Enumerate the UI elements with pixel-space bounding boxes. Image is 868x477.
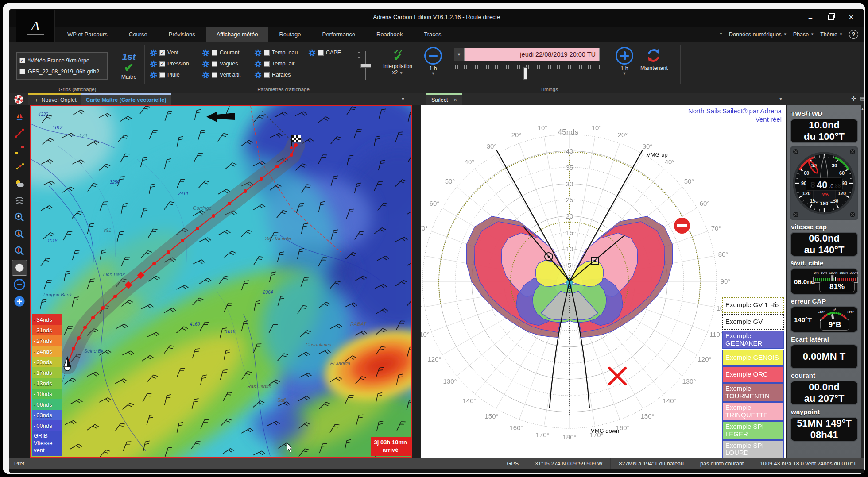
status-ready: Prêt [9, 461, 499, 467]
squall-icon[interactable] [12, 193, 27, 208]
refresh-now-icon[interactable] [646, 47, 662, 63]
route-points-icon[interactable] [12, 126, 27, 141]
polar-tab-dropdown-icon[interactable]: ▼ [779, 96, 783, 101]
grib-item[interactable]: GFS_22_08_2019_06h.grib2 [19, 66, 105, 77]
close-button[interactable]: × [842, 12, 860, 23]
menu-theme[interactable]: Thème▼ [820, 31, 843, 38]
param-toggle-courant[interactable]: Courant [202, 49, 254, 57]
route-marks-icon[interactable] [12, 159, 27, 174]
interpolation-toggle[interactable]: ✔✔ ✔ Interpolation x2 ▼ [379, 48, 417, 76]
time-slider-handle[interactable] [523, 67, 527, 80]
zoom-area-icon[interactable] [12, 210, 27, 225]
menu-tab-6[interactable]: Roadbook [366, 27, 413, 42]
menu-tab-3[interactable]: Affichage météo [206, 27, 269, 42]
vitesse-cap-value[interactable]: 06.0ndau 140°T [790, 232, 858, 257]
checkbox[interactable]: ✓ [159, 50, 165, 56]
scale-row: -17nds [32, 367, 62, 378]
date-dropdown-button[interactable]: ▼ [454, 48, 464, 61]
move-cross-icon[interactable]: ✛ [851, 95, 856, 102]
slider-handle[interactable] [360, 64, 371, 68]
legend-item-4[interactable]: Exemple ORC [722, 366, 784, 383]
erreur-cap-gauge[interactable]: 140°T -20°0°+20° 9°B [790, 306, 858, 333]
maintenant-label[interactable]: Maintenant [634, 65, 674, 71]
menu-phase[interactable]: Phase▼ [793, 31, 814, 38]
param-toggle-pluie[interactable]: Pluie [150, 71, 202, 79]
date-field[interactable]: jeudi 22/08/2019 20:00 TU [464, 48, 600, 61]
time-step-forward-button[interactable] [616, 47, 633, 65]
weather-map[interactable]: 4336101217632502414GorringeSão Vicente10… [30, 105, 412, 458]
title-bar[interactable]: Adrena Carbon Edition V16.1.2.16 - Route… [9, 9, 864, 27]
checkbox[interactable]: ✓ [19, 58, 25, 63]
legend-item-6[interactable]: Exemple TRINQUETTE [722, 402, 784, 421]
collapse-ribbon-icon[interactable]: ⌃ [719, 32, 723, 37]
map-tab-carte-maitre[interactable]: Carte Maître (Carte vectorielle) [81, 93, 171, 105]
map-tab-nouvel-onglet[interactable]: ＋Nouvel Onglet [28, 93, 82, 105]
param-toggle-cape[interactable]: CAPE [308, 49, 353, 57]
window-frame: Adrena Carbon Edition V16.1.2.16 - Route… [3, 3, 865, 474]
waypoint-value[interactable]: 51MN 149°T08h41 [790, 417, 858, 442]
svg-text:15: 15 [566, 229, 574, 236]
legend-item-8[interactable]: Exemple SPI LOURD [722, 440, 784, 458]
checkbox[interactable] [19, 69, 25, 74]
param-toggle-vent[interactable]: ✓Vent [150, 49, 202, 57]
display-opacity-slider[interactable] [358, 51, 373, 80]
tws-twd-value[interactable]: 10.0nddu 100°T [790, 119, 858, 143]
param-toggle-temp-air[interactable]: Temp. air [254, 60, 308, 68]
help-button[interactable]: ? [849, 30, 858, 39]
menu-tab-4[interactable]: Routage [268, 27, 311, 42]
weather-icon[interactable] [12, 176, 27, 191]
checkbox[interactable] [159, 72, 165, 78]
menu-tab-2[interactable]: Prévisions [158, 27, 206, 42]
restore-button[interactable] [822, 12, 840, 23]
polar-tab-sailect[interactable]: Sailect× [426, 93, 462, 105]
legend-item-7[interactable]: Exemple SPI LEGER [722, 421, 784, 440]
time-step-back-button[interactable] [424, 47, 442, 65]
checkbox[interactable] [212, 50, 217, 56]
param-toggle-rafales[interactable]: Rafales [254, 71, 308, 79]
twa-compass-gauge[interactable]: 303060609090120120150150180840.0:88TWA [790, 146, 858, 220]
courant-value[interactable]: 00.0ndau 207°T [790, 381, 858, 405]
menu-tab-5[interactable]: Performance [312, 27, 366, 42]
checkbox[interactable] [264, 50, 270, 56]
zoom-select-icon[interactable] [12, 243, 27, 258]
close-icon[interactable]: × [454, 97, 457, 103]
lifebuoy-icon[interactable] [14, 94, 24, 106]
param-toggle-temp-eau[interactable]: Temp. eau [254, 49, 308, 57]
menu-tab-1[interactable]: Course [118, 27, 158, 42]
menu-tab-0[interactable]: WP et Parcours [57, 27, 118, 42]
minimize-button[interactable]: – [802, 12, 819, 23]
legend-item-0[interactable]: Exemple GV 1 Ris [722, 297, 784, 313]
divider [680, 45, 681, 84]
scroll-up-icon[interactable]: ▲ [861, 107, 864, 110]
checkbox[interactable] [264, 72, 270, 78]
map-tab-dropdown-icon[interactable]: ▼ [401, 96, 405, 101]
route-flags-icon[interactable] [12, 142, 27, 158]
checkbox[interactable] [318, 50, 324, 56]
legend-item-1[interactable]: Exemple GV [722, 314, 784, 330]
time-slider-track[interactable] [455, 73, 601, 73]
legend-item-3[interactable]: Exemple GENOIS [722, 350, 784, 366]
param-toggle-vagues[interactable]: Vagues [202, 60, 254, 68]
zoom-free-icon[interactable] [12, 260, 27, 275]
checkbox[interactable]: ✓ [159, 61, 165, 67]
polar-panel[interactable]: 45nds40353025201510510°10°20°20°30°30°40… [421, 105, 786, 458]
map-place-label: Casablanca [306, 342, 331, 347]
menu-tab-7[interactable]: Traces [413, 27, 452, 42]
zoom-boat-icon[interactable] [12, 227, 27, 242]
ecart-lateral-value[interactable]: 0.00MN T [790, 344, 858, 369]
panel-list-icon[interactable]: ▤ [860, 96, 864, 101]
zoom-in-button[interactable] [12, 294, 27, 309]
param-toggle-vent-alti-[interactable]: Vent alti. [202, 71, 254, 79]
legend-item-5[interactable]: Exemple TOURMENTIN [722, 383, 784, 402]
grib-list[interactable]: ✓*Météo-France 9km Arpe...GFS_22_08_2019… [16, 52, 108, 80]
legend-item-2[interactable]: Exemple GEENAKER [722, 331, 784, 349]
checkbox[interactable] [212, 61, 217, 67]
checkbox[interactable] [264, 61, 270, 67]
zoom-out-button[interactable] [12, 277, 27, 292]
menu-donnees-numeriques[interactable]: Données numériques▼ [729, 31, 787, 38]
grib-item[interactable]: ✓*Météo-France 9km Arpe... [19, 55, 105, 66]
checkbox[interactable] [212, 72, 217, 78]
vit-cible-gauge[interactable]: 06.0nd 0%50%100%150%200% 81% [790, 268, 858, 295]
sailboat-icon[interactable] [12, 109, 27, 124]
param-toggle-pression[interactable]: ✓Pression [150, 60, 202, 68]
